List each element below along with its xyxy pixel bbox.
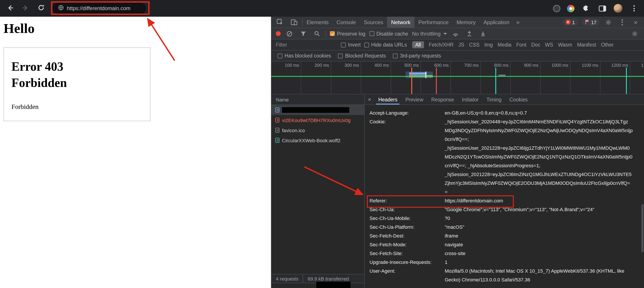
network-settings-gear-icon[interactable] bbox=[630, 29, 640, 38]
preserve-log-checkbox[interactable]: Preserve log bbox=[330, 31, 365, 36]
extension-icon-1[interactable] bbox=[553, 4, 560, 12]
request-row[interactable]: favicon.ico bbox=[272, 125, 364, 135]
checkbox-unchecked[interactable] bbox=[341, 42, 346, 47]
import-har-icon[interactable] bbox=[464, 29, 474, 38]
issues-count-badge[interactable]: 17 bbox=[582, 18, 600, 26]
hide-data-urls-checkbox[interactable]: Hide data URLs bbox=[364, 42, 407, 47]
request-row[interactable]: CircularXXWeb-Book.woff2 bbox=[272, 135, 364, 145]
checkbox-unchecked[interactable] bbox=[364, 42, 369, 47]
devtools-tab[interactable]: Console bbox=[332, 17, 360, 28]
detail-tab[interactable]: Timing bbox=[482, 94, 506, 105]
devtools-close-button[interactable]: × bbox=[631, 17, 640, 27]
device-toolbar-icon[interactable] bbox=[289, 17, 299, 27]
devtools-tab[interactable]: Performance bbox=[414, 17, 452, 28]
devtools-tab[interactable]: Sources bbox=[360, 17, 387, 28]
search-icon[interactable] bbox=[312, 29, 322, 38]
address-bar[interactable]: https://differentdomain.com bbox=[53, 3, 146, 14]
devtools-tab[interactable]: Network bbox=[387, 17, 414, 28]
timeline-tick: 1 bbox=[641, 63, 644, 68]
filter-chip[interactable]: Other bbox=[601, 42, 614, 47]
request-name: vi2EKou9wt7DBH7RXu0mUx0g bbox=[282, 118, 350, 123]
detail-tab[interactable]: Cookies bbox=[506, 94, 532, 105]
record-button[interactable] bbox=[276, 31, 281, 36]
back-button[interactable] bbox=[5, 3, 15, 13]
inspect-element-icon[interactable] bbox=[275, 17, 284, 27]
header-row: Sec-Fetch-Dest: iframe bbox=[370, 231, 640, 240]
side-panel-icon[interactable] bbox=[597, 3, 607, 13]
filter-chip[interactable]: Media bbox=[498, 42, 511, 47]
clear-network-log-icon[interactable] bbox=[284, 29, 294, 38]
timeline-tick: 200 ms bbox=[301, 61, 331, 94]
header-key: Accept-Language: bbox=[370, 109, 445, 117]
detail-tab[interactable]: Headers bbox=[374, 94, 402, 105]
throttling-dropdown[interactable]: No throttling bbox=[412, 30, 447, 37]
filter-chip[interactable]: JS bbox=[458, 42, 464, 47]
filter-chip[interactable]: Manifest bbox=[577, 42, 596, 47]
browser-menu-button[interactable] bbox=[629, 3, 639, 13]
checkbox-unchecked[interactable] bbox=[369, 31, 374, 36]
disable-cache-checkbox[interactable]: Disable cache bbox=[369, 31, 408, 36]
devtools-menu-button[interactable] bbox=[617, 17, 627, 27]
reload-button[interactable] bbox=[36, 3, 46, 13]
network-overview-timeline[interactable]: 100 ms 200 ms 300 ms 400 ms bbox=[272, 61, 644, 94]
detail-tab[interactable]: Initiator bbox=[458, 94, 482, 105]
has-blocked-cookies-checkbox[interactable]: Has blocked cookies bbox=[278, 53, 331, 58]
checkbox-checked[interactable] bbox=[330, 31, 335, 36]
checkbox-unchecked[interactable] bbox=[338, 53, 343, 58]
blocked-requests-checkbox[interactable]: Blocked Requests bbox=[338, 53, 386, 58]
chevron-down-icon bbox=[443, 33, 447, 34]
error-heading: Error 403 Forbidden bbox=[12, 58, 150, 91]
filter-chip[interactable]: Img bbox=[484, 42, 493, 47]
devtools-tab[interactable]: Memory bbox=[453, 17, 480, 28]
request-list-panel: Name vi2EKou9wt7DBH7RXu0mUx0g bbox=[272, 94, 365, 288]
filter-chip[interactable]: CSS bbox=[469, 42, 480, 47]
kebab-icon bbox=[621, 19, 623, 25]
divider bbox=[326, 30, 326, 37]
filter-chip[interactable]: Wasm bbox=[558, 42, 572, 47]
filter-input[interactable] bbox=[276, 42, 338, 47]
filter-chip[interactable]: Font bbox=[516, 42, 526, 47]
header-key: Sec-Fetch-Dest: bbox=[370, 231, 445, 240]
request-row[interactable] bbox=[272, 105, 364, 115]
timeline-tick: 1000 ms bbox=[541, 61, 570, 94]
close-detail-icon[interactable]: × bbox=[365, 96, 374, 103]
filter-chip[interactable]: Fetch/XHR bbox=[429, 42, 454, 47]
invert-checkbox[interactable]: Invert bbox=[341, 42, 361, 47]
detail-tab[interactable]: Preview bbox=[402, 94, 427, 105]
network-toolbar: Preserve log Disable cache No throttling bbox=[272, 28, 644, 39]
header-row: Accept-Language: en-GB,en-US;q=0.9,en;q=… bbox=[370, 109, 640, 117]
checkbox-unchecked[interactable] bbox=[393, 53, 398, 58]
export-har-icon[interactable] bbox=[478, 29, 488, 38]
devtools-settings-gear-icon[interactable] bbox=[604, 17, 613, 27]
name-column-header[interactable]: Name bbox=[272, 94, 364, 105]
third-party-requests-checkbox[interactable]: 3rd-party requests bbox=[393, 53, 441, 58]
header-key: Sec-Ch-Ua-Mobile: bbox=[370, 214, 445, 223]
site-info-icon[interactable] bbox=[58, 4, 64, 12]
error-count-badge[interactable]: × 1 bbox=[562, 18, 578, 26]
checkbox-unchecked[interactable] bbox=[278, 53, 282, 58]
header-key: Referer: bbox=[370, 196, 445, 205]
scrollbar-thumb[interactable] bbox=[641, 204, 644, 253]
error-body: Forbidden bbox=[12, 103, 150, 111]
request-name: CircularXXWeb-Book.woff2 bbox=[282, 138, 340, 143]
filter-funnel-icon[interactable] bbox=[298, 29, 308, 38]
forward-button[interactable] bbox=[21, 3, 30, 13]
timeline-marker-red bbox=[436, 68, 437, 94]
request-row[interactable]: vi2EKou9wt7DBH7RXu0mUx0g bbox=[272, 115, 364, 125]
detail-tab[interactable]: Response bbox=[427, 94, 458, 105]
filter-chip[interactable]: WS bbox=[545, 42, 553, 47]
header-key: User-Agent: bbox=[370, 267, 445, 284]
header-value: en-GB,en-US;q=0.9,en;q=0.8,ru;q=0.7 bbox=[445, 109, 527, 117]
devtools-tab[interactable]: Application bbox=[480, 17, 513, 28]
file-icon bbox=[275, 118, 279, 123]
extensions-puzzle-icon[interactable] bbox=[581, 3, 591, 13]
filter-chip[interactable]: All bbox=[412, 41, 424, 48]
devtools-tabbar: Elements Console Sources Network bbox=[272, 17, 644, 28]
extension-icon-2[interactable] bbox=[567, 4, 574, 12]
filter-chip[interactable]: Doc bbox=[531, 42, 540, 47]
profile-avatar[interactable] bbox=[614, 4, 622, 13]
network-conditions-icon[interactable] bbox=[451, 29, 460, 38]
header-key: Sec-Fetch-Site: bbox=[370, 249, 445, 258]
devtools-tab[interactable]: Elements bbox=[303, 17, 332, 28]
more-tabs-chevron[interactable]: » bbox=[513, 17, 522, 28]
